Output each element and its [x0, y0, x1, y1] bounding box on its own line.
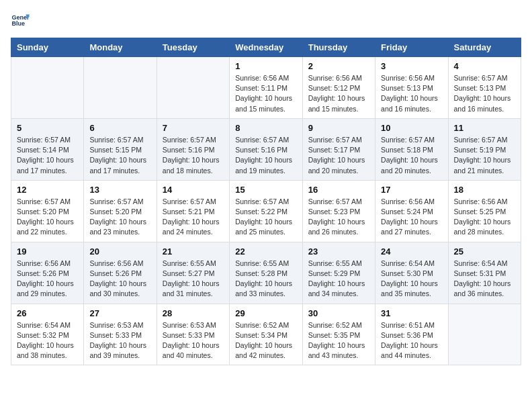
calendar-cell: 21Sunrise: 6:55 AMSunset: 5:27 PMDayligh… [157, 242, 229, 304]
calendar-cell: 7Sunrise: 6:57 AMSunset: 5:16 PMDaylight… [157, 118, 229, 180]
calendar-cell: 27Sunrise: 6:53 AMSunset: 5:33 PMDayligh… [84, 304, 157, 365]
day-number: 9 [308, 123, 369, 133]
calendar-week-row: 19Sunrise: 6:56 AMSunset: 5:26 PMDayligh… [11, 242, 521, 304]
day-info: Sunrise: 6:57 AMSunset: 5:17 PMDaylight:… [308, 135, 369, 176]
day-number: 22 [235, 246, 296, 257]
calendar-cell: 26Sunrise: 6:54 AMSunset: 5:32 PMDayligh… [11, 304, 84, 365]
day-number: 5 [17, 123, 78, 133]
weekday-header-tuesday: Tuesday [157, 38, 229, 57]
day-number: 17 [381, 185, 442, 195]
day-number: 25 [454, 246, 515, 257]
weekday-header-wednesday: Wednesday [230, 38, 302, 57]
calendar-cell: 5Sunrise: 6:57 AMSunset: 5:14 PMDaylight… [11, 118, 84, 180]
calendar-cell: 16Sunrise: 6:57 AMSunset: 5:23 PMDayligh… [302, 180, 375, 242]
weekday-header-row: SundayMondayTuesdayWednesdayThursdayFrid… [11, 38, 521, 57]
logo: General Blue [11, 11, 30, 30]
day-info: Sunrise: 6:57 AMSunset: 5:22 PMDaylight:… [235, 197, 296, 238]
day-number: 23 [308, 246, 369, 257]
day-number: 10 [381, 123, 442, 133]
day-info: Sunrise: 6:54 AMSunset: 5:31 PMDaylight:… [454, 259, 515, 300]
day-info: Sunrise: 6:57 AMSunset: 5:14 PMDaylight:… [17, 135, 78, 176]
day-number: 26 [17, 308, 78, 318]
day-number: 15 [235, 185, 296, 195]
day-info: Sunrise: 6:56 AMSunset: 5:26 PMDaylight:… [17, 259, 78, 300]
day-number: 14 [163, 185, 224, 195]
day-info: Sunrise: 6:53 AMSunset: 5:33 PMDaylight:… [89, 320, 150, 361]
day-number: 16 [308, 185, 369, 195]
day-number: 1 [235, 61, 296, 71]
day-info: Sunrise: 6:57 AMSunset: 5:20 PMDaylight:… [89, 197, 150, 238]
calendar-cell: 9Sunrise: 6:57 AMSunset: 5:17 PMDaylight… [302, 118, 375, 180]
calendar-week-row: 26Sunrise: 6:54 AMSunset: 5:32 PMDayligh… [11, 304, 521, 365]
calendar-cell [11, 57, 84, 119]
day-info: Sunrise: 6:55 AMSunset: 5:28 PMDaylight:… [235, 259, 296, 300]
calendar-cell: 3Sunrise: 6:56 AMSunset: 5:13 PMDaylight… [375, 57, 448, 119]
calendar-cell: 23Sunrise: 6:55 AMSunset: 5:29 PMDayligh… [302, 242, 375, 304]
weekday-header-friday: Friday [375, 38, 448, 57]
calendar-cell: 31Sunrise: 6:51 AMSunset: 5:36 PMDayligh… [375, 304, 448, 365]
day-info: Sunrise: 6:56 AMSunset: 5:13 PMDaylight:… [381, 73, 442, 114]
calendar-cell: 10Sunrise: 6:57 AMSunset: 5:18 PMDayligh… [375, 118, 448, 180]
logo-icon: General Blue [11, 11, 30, 30]
svg-text:Blue: Blue [11, 20, 25, 27]
weekday-header-sunday: Sunday [11, 38, 84, 57]
day-info: Sunrise: 6:57 AMSunset: 5:23 PMDaylight:… [308, 197, 369, 238]
day-number: 6 [89, 123, 150, 133]
calendar-cell: 19Sunrise: 6:56 AMSunset: 5:26 PMDayligh… [11, 242, 84, 304]
day-info: Sunrise: 6:55 AMSunset: 5:29 PMDaylight:… [308, 259, 369, 300]
day-info: Sunrise: 6:56 AMSunset: 5:25 PMDaylight:… [454, 197, 515, 238]
calendar-cell: 14Sunrise: 6:57 AMSunset: 5:21 PMDayligh… [157, 180, 229, 242]
day-info: Sunrise: 6:57 AMSunset: 5:19 PMDaylight:… [454, 135, 515, 176]
day-info: Sunrise: 6:52 AMSunset: 5:34 PMDaylight:… [235, 320, 296, 361]
day-number: 29 [235, 308, 296, 318]
day-number: 18 [454, 185, 515, 195]
calendar-cell: 12Sunrise: 6:57 AMSunset: 5:20 PMDayligh… [11, 180, 84, 242]
day-number: 7 [163, 123, 224, 133]
day-info: Sunrise: 6:51 AMSunset: 5:36 PMDaylight:… [381, 320, 442, 361]
calendar-cell: 20Sunrise: 6:56 AMSunset: 5:26 PMDayligh… [84, 242, 157, 304]
calendar-week-row: 12Sunrise: 6:57 AMSunset: 5:20 PMDayligh… [11, 180, 521, 242]
calendar-cell: 13Sunrise: 6:57 AMSunset: 5:20 PMDayligh… [84, 180, 157, 242]
calendar-table: SundayMondayTuesdayWednesdayThursdayFrid… [11, 38, 521, 365]
day-info: Sunrise: 6:56 AMSunset: 5:24 PMDaylight:… [381, 197, 442, 238]
day-info: Sunrise: 6:57 AMSunset: 5:15 PMDaylight:… [89, 135, 150, 176]
calendar-cell: 22Sunrise: 6:55 AMSunset: 5:28 PMDayligh… [230, 242, 302, 304]
day-info: Sunrise: 6:57 AMSunset: 5:18 PMDaylight:… [381, 135, 442, 176]
day-info: Sunrise: 6:54 AMSunset: 5:32 PMDaylight:… [17, 320, 78, 361]
day-info: Sunrise: 6:57 AMSunset: 5:16 PMDaylight:… [163, 135, 224, 176]
calendar-cell: 30Sunrise: 6:52 AMSunset: 5:35 PMDayligh… [302, 304, 375, 365]
day-number: 31 [381, 308, 442, 318]
day-info: Sunrise: 6:56 AMSunset: 5:26 PMDaylight:… [89, 259, 150, 300]
calendar-cell: 28Sunrise: 6:53 AMSunset: 5:33 PMDayligh… [157, 304, 229, 365]
calendar-cell: 25Sunrise: 6:54 AMSunset: 5:31 PMDayligh… [448, 242, 521, 304]
day-number: 3 [381, 61, 442, 71]
day-number: 20 [89, 246, 150, 257]
day-number: 30 [308, 308, 369, 318]
day-number: 12 [17, 185, 78, 195]
calendar-cell: 8Sunrise: 6:57 AMSunset: 5:16 PMDaylight… [230, 118, 302, 180]
day-info: Sunrise: 6:55 AMSunset: 5:27 PMDaylight:… [163, 259, 224, 300]
calendar-cell: 4Sunrise: 6:57 AMSunset: 5:13 PMDaylight… [448, 57, 521, 119]
day-number: 28 [163, 308, 224, 318]
day-info: Sunrise: 6:57 AMSunset: 5:13 PMDaylight:… [454, 73, 515, 114]
weekday-header-monday: Monday [84, 38, 157, 57]
calendar-cell: 29Sunrise: 6:52 AMSunset: 5:34 PMDayligh… [230, 304, 302, 365]
calendar-cell: 2Sunrise: 6:56 AMSunset: 5:12 PMDaylight… [302, 57, 375, 119]
day-number: 13 [89, 185, 150, 195]
day-info: Sunrise: 6:57 AMSunset: 5:20 PMDaylight:… [17, 197, 78, 238]
day-number: 24 [381, 246, 442, 257]
day-info: Sunrise: 6:57 AMSunset: 5:21 PMDaylight:… [163, 197, 224, 238]
day-info: Sunrise: 6:53 AMSunset: 5:33 PMDaylight:… [163, 320, 224, 361]
calendar-cell: 6Sunrise: 6:57 AMSunset: 5:15 PMDaylight… [84, 118, 157, 180]
calendar-cell: 11Sunrise: 6:57 AMSunset: 5:19 PMDayligh… [448, 118, 521, 180]
day-number: 4 [454, 61, 515, 71]
day-info: Sunrise: 6:54 AMSunset: 5:30 PMDaylight:… [381, 259, 442, 300]
day-info: Sunrise: 6:57 AMSunset: 5:16 PMDaylight:… [235, 135, 296, 176]
day-number: 21 [163, 246, 224, 257]
calendar-week-row: 1Sunrise: 6:56 AMSunset: 5:11 PMDaylight… [11, 57, 521, 119]
day-number: 27 [89, 308, 150, 318]
calendar-cell: 1Sunrise: 6:56 AMSunset: 5:11 PMDaylight… [230, 57, 302, 119]
calendar-cell [84, 57, 157, 119]
calendar-cell: 17Sunrise: 6:56 AMSunset: 5:24 PMDayligh… [375, 180, 448, 242]
day-info: Sunrise: 6:52 AMSunset: 5:35 PMDaylight:… [308, 320, 369, 361]
